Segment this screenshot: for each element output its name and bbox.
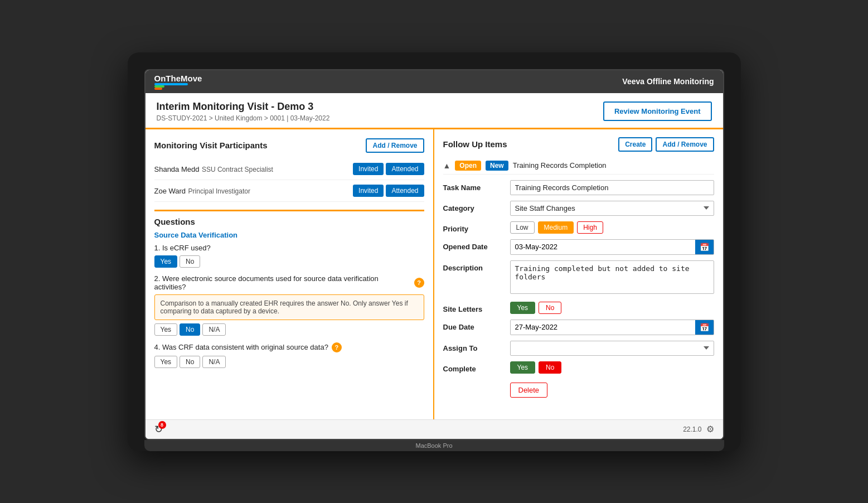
participant-0-invited-button[interactable]: Invited	[353, 163, 384, 175]
participant-row: Zoe Ward Principal Investigator Invited …	[154, 180, 424, 202]
sync-icon[interactable]: ↻ 8	[154, 423, 163, 436]
participant-name: Shanda Medd	[154, 165, 200, 173]
task-name-label: Task Name	[443, 180, 505, 192]
answer-btns-1: Yes No	[154, 255, 424, 268]
task-name-row: Task Name	[443, 180, 714, 195]
complete-row: Complete Yes No	[443, 361, 714, 374]
participants-add-remove-button[interactable]: Add / Remove	[366, 138, 424, 153]
task-name-input[interactable]	[510, 180, 714, 195]
delete-label-spacer	[443, 379, 505, 383]
due-date-input[interactable]	[511, 320, 695, 334]
q2-no-button[interactable]: No	[180, 323, 200, 336]
task-header-name: Training Records Completion	[513, 161, 607, 170]
category-field: Site Staff Changes Protocol Deviations S…	[510, 201, 714, 216]
description-input[interactable]: Training completed but not added to site…	[510, 260, 714, 294]
priority-row: Priority Low Medium High	[443, 221, 714, 234]
left-panel: Monitoring Visit Participants Add / Remo…	[146, 129, 434, 419]
q1-no-button[interactable]: No	[180, 255, 200, 268]
opened-date-calendar-button[interactable]: 📅	[695, 240, 714, 254]
participant-info: Shanda Medd SSU Contract Specialist	[154, 164, 273, 174]
complete-group: Yes No	[510, 361, 714, 374]
q4-info-icon[interactable]: ?	[332, 342, 342, 352]
sync-badge: 8	[158, 421, 166, 429]
question-text-2: 2. Were electronic source documents used…	[154, 274, 424, 291]
follow-up-action-btns: Create Add / Remove	[618, 137, 714, 152]
logo-bar-green	[154, 85, 164, 88]
priority-field: Low Medium High	[510, 221, 714, 234]
priority-label: Priority	[443, 221, 505, 233]
question-block-1: 1. Is eCRF used? Yes No	[154, 244, 424, 268]
app-title: Veeva Offline Monitoring	[622, 77, 714, 86]
q1-yes-button[interactable]: Yes	[154, 255, 178, 268]
source-data-category: Source Data Verification	[154, 231, 424, 239]
complete-field: Yes No	[510, 361, 714, 374]
participant-role: SSU Contract Specialist	[202, 166, 273, 173]
q2-info-icon[interactable]: ?	[414, 278, 424, 288]
follow-up-title: Follow Up Items	[443, 139, 507, 149]
opened-date-input[interactable]	[511, 240, 695, 254]
opened-date-field: 📅	[510, 239, 714, 255]
participant-1-invited-button[interactable]: Invited	[353, 185, 384, 197]
site-letters-label: Site Letters	[443, 302, 505, 313]
opened-date-row: Opened Date 📅	[443, 239, 714, 255]
assign-to-label: Assign To	[443, 341, 505, 352]
priority-low-button[interactable]: Low	[510, 221, 535, 234]
q4-na-button[interactable]: N/A	[202, 356, 226, 368]
category-label: Category	[443, 201, 505, 212]
follow-up-header: Follow Up Items Create Add / Remove	[443, 137, 714, 152]
site-letters-no-button[interactable]: No	[539, 302, 561, 314]
task-form: Task Name Category Site Staff Changes Pr…	[443, 180, 714, 398]
delete-row: Delete	[443, 379, 714, 398]
complete-yes-button[interactable]: Yes	[510, 361, 536, 374]
participants-title: Monitoring Visit Participants	[154, 141, 268, 150]
assign-to-row: Assign To	[443, 341, 714, 356]
page-title: Interim Monitoring Visit - Demo 3	[157, 101, 330, 113]
version-number: 22.1.0	[683, 425, 701, 433]
category-select[interactable]: Site Staff Changes Protocol Deviations S…	[510, 201, 714, 216]
follow-up-add-remove-button[interactable]: Add / Remove	[656, 137, 714, 152]
participant-0-attended-button[interactable]: Attended	[386, 163, 424, 175]
delete-field: Delete	[510, 379, 714, 398]
participant-1-attended-button[interactable]: Attended	[386, 185, 424, 197]
logo-bars	[154, 83, 202, 90]
priority-high-button[interactable]: High	[577, 221, 603, 234]
assign-to-select[interactable]	[510, 341, 714, 356]
top-bar: OnTheMove Veeva Offline Monitoring	[146, 70, 723, 93]
site-letters-yes-button[interactable]: Yes	[510, 302, 536, 314]
description-row: Description Training completed but not a…	[443, 260, 714, 296]
screen: OnTheMove Veeva Offline Monitoring Inter…	[144, 69, 724, 440]
priority-medium-button[interactable]: Medium	[538, 221, 574, 234]
due-date-calendar-button[interactable]: 📅	[695, 320, 714, 335]
due-date-row: Due Date 📅	[443, 320, 714, 335]
q2-yes-button[interactable]: Yes	[154, 323, 178, 336]
review-monitoring-event-button[interactable]: Review Monitoring Event	[603, 101, 712, 121]
opened-date-input-group: 📅	[510, 239, 714, 255]
delete-button[interactable]: Delete	[510, 383, 548, 398]
right-panel: Follow Up Items Create Add / Remove ▲ Op…	[434, 129, 723, 419]
breadcrumb: DS-STUDY-2021 > United Kingdom > 0001 | …	[157, 114, 330, 122]
orange-divider	[154, 210, 424, 211]
questions-title: Questions	[154, 217, 424, 226]
question-text-4: 4. Was CRF data consistent with original…	[154, 342, 424, 352]
bottom-bar: ↻ 8 22.1.0 ⚙	[146, 419, 723, 439]
assign-to-field	[510, 341, 714, 356]
answer-btns-2: Yes No N/A	[154, 323, 424, 336]
brand-logo: OnTheMove	[154, 74, 202, 83]
logo-bar-blue	[154, 83, 188, 85]
page-header: Interim Monitoring Visit - Demo 3 DS-STU…	[146, 93, 723, 129]
complete-no-button[interactable]: No	[539, 361, 561, 374]
task-name-field	[510, 180, 714, 195]
priority-group: Low Medium High	[510, 221, 714, 234]
settings-gear-icon[interactable]: ⚙	[706, 424, 714, 434]
q4-yes-button[interactable]: Yes	[154, 356, 178, 368]
brand: OnTheMove	[154, 74, 202, 90]
participant-info: Zoe Ward Principal Investigator	[154, 186, 250, 196]
q4-no-button[interactable]: No	[180, 356, 200, 368]
create-button[interactable]: Create	[618, 137, 652, 152]
status-badge-new: New	[486, 161, 508, 171]
chevron-up-icon[interactable]: ▲	[443, 161, 451, 170]
logo-bar-orange	[154, 88, 162, 90]
q2-na-button[interactable]: N/A	[202, 323, 226, 336]
due-date-input-group: 📅	[510, 320, 714, 335]
page-header-top: Interim Monitoring Visit - Demo 3 DS-STU…	[157, 101, 712, 122]
